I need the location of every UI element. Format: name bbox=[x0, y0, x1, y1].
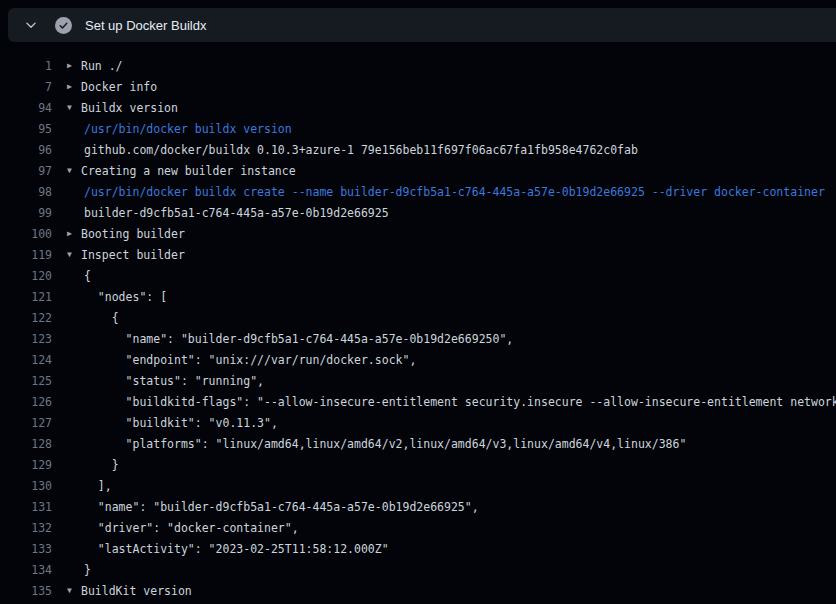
line-number[interactable]: 135 bbox=[0, 584, 52, 598]
line-number[interactable]: 134 bbox=[0, 563, 52, 577]
log-command-text: /usr/bin/docker buildx version bbox=[81, 122, 292, 136]
log-line-row: 129 } bbox=[0, 454, 836, 475]
line-number[interactable]: 128 bbox=[0, 437, 52, 451]
log-text: "endpoint": "unix:///var/run/docker.sock… bbox=[81, 353, 416, 367]
triangle-right-icon: ▶ bbox=[67, 76, 81, 97]
triangle-down-icon: ▼ bbox=[67, 580, 81, 601]
log-line-row: 96github.com/docker/buildx 0.10.3+azure-… bbox=[0, 139, 836, 160]
line-number[interactable]: 119 bbox=[0, 248, 52, 262]
log-line-row: 120{ bbox=[0, 265, 836, 286]
log-text: { bbox=[81, 269, 91, 283]
log-text: github.com/docker/buildx 0.10.3+azure-1 … bbox=[81, 143, 638, 157]
log-line-row: 130 ], bbox=[0, 475, 836, 496]
line-number[interactable]: 125 bbox=[0, 374, 52, 388]
log-group-row[interactable]: 135▼BuildKit version bbox=[0, 580, 836, 601]
log-group-row[interactable]: 94▼Buildx version bbox=[0, 97, 836, 118]
log-group-row[interactable]: 119▼Inspect builder bbox=[0, 244, 836, 265]
log-text: } bbox=[81, 563, 91, 577]
log-text: "nodes": [ bbox=[81, 290, 167, 304]
chevron-down-icon[interactable] bbox=[20, 14, 42, 36]
log-group-row[interactable]: 97▼Creating a new builder instance bbox=[0, 160, 836, 181]
log-text: ], bbox=[81, 479, 112, 493]
log-line-row: 133 "lastActivity": "2023-02-25T11:58:12… bbox=[0, 538, 836, 559]
check-circle-icon bbox=[55, 17, 72, 34]
log-command-text: /usr/bin/docker buildx create --name bui… bbox=[81, 185, 825, 199]
step-header[interactable]: Set up Docker Buildx bbox=[8, 8, 836, 42]
log-group-row[interactable]: 100▶Booting builder bbox=[0, 223, 836, 244]
step-title: Set up Docker Buildx bbox=[85, 18, 206, 33]
log-text: "driver": "docker-container", bbox=[81, 521, 299, 535]
log-text: { bbox=[81, 311, 119, 325]
log-text: "name": "builder-d9cfb5a1-c764-445a-a57e… bbox=[81, 332, 513, 346]
log-text: "name": "builder-d9cfb5a1-c764-445a-a57e… bbox=[81, 500, 479, 514]
line-number[interactable]: 1 bbox=[0, 59, 52, 73]
log-line-row: 121 "nodes": [ bbox=[0, 286, 836, 307]
log-group-title: Booting builder bbox=[81, 227, 185, 241]
log-line-row: 127 "buildkit": "v0.11.3", bbox=[0, 412, 836, 433]
log-group-title: Creating a new builder instance bbox=[81, 164, 296, 178]
line-number[interactable]: 129 bbox=[0, 458, 52, 472]
line-number[interactable]: 121 bbox=[0, 290, 52, 304]
log-text: builder-d9cfb5a1-c764-445a-a57e-0b19d2e6… bbox=[81, 206, 389, 220]
line-number[interactable]: 96 bbox=[0, 143, 52, 157]
triangle-right-icon: ▶ bbox=[67, 55, 81, 76]
line-number[interactable]: 123 bbox=[0, 332, 52, 346]
line-number[interactable]: 99 bbox=[0, 206, 52, 220]
log-group-row[interactable]: 1▶Run ./ bbox=[0, 55, 836, 76]
log-line-row: 125 "status": "running", bbox=[0, 370, 836, 391]
line-number[interactable]: 127 bbox=[0, 416, 52, 430]
log-group-title: Buildx version bbox=[81, 101, 178, 115]
line-number[interactable]: 97 bbox=[0, 164, 52, 178]
line-number[interactable]: 132 bbox=[0, 521, 52, 535]
log-group-row[interactable]: 7▶Docker info bbox=[0, 76, 836, 97]
log-text: "lastActivity": "2023-02-25T11:58:12.000… bbox=[81, 542, 389, 556]
log-text: "platforms": "linux/amd64,linux/amd64/v2… bbox=[81, 437, 686, 451]
line-number[interactable]: 100 bbox=[0, 227, 52, 241]
log-text: } bbox=[81, 458, 119, 472]
log-line-row: 131 "name": "builder-d9cfb5a1-c764-445a-… bbox=[0, 496, 836, 517]
triangle-right-icon: ▶ bbox=[67, 223, 81, 244]
log-line-row: 132 "driver": "docker-container", bbox=[0, 517, 836, 538]
line-number[interactable]: 130 bbox=[0, 479, 52, 493]
log-text: "buildkit": "v0.11.3", bbox=[81, 416, 278, 430]
log-line-row: 99builder-d9cfb5a1-c764-445a-a57e-0b19d2… bbox=[0, 202, 836, 223]
log-line-row: 98/usr/bin/docker buildx create --name b… bbox=[0, 181, 836, 202]
line-number[interactable]: 120 bbox=[0, 269, 52, 283]
log-line-row: 126 "buildkitd-flags": "--allow-insecure… bbox=[0, 391, 836, 412]
log-line-row: 128 "platforms": "linux/amd64,linux/amd6… bbox=[0, 433, 836, 454]
log-line-row: 123 "name": "builder-d9cfb5a1-c764-445a-… bbox=[0, 328, 836, 349]
triangle-down-icon: ▼ bbox=[67, 244, 81, 265]
log-lines: 1▶Run ./7▶Docker info94▼Buildx version95… bbox=[0, 42, 836, 604]
line-number[interactable]: 124 bbox=[0, 353, 52, 367]
log-group-title: Docker info bbox=[81, 80, 157, 94]
log-group-title: BuildKit version bbox=[81, 584, 192, 598]
log-group-title: Run ./ bbox=[81, 59, 123, 73]
triangle-down-icon: ▼ bbox=[67, 160, 81, 181]
log-text: "status": "running", bbox=[81, 374, 264, 388]
log-line-row: 124 "endpoint": "unix:///var/run/docker.… bbox=[0, 349, 836, 370]
log-text: "buildkitd-flags": "--allow-insecure-ent… bbox=[81, 395, 836, 409]
line-number[interactable]: 133 bbox=[0, 542, 52, 556]
line-number[interactable]: 122 bbox=[0, 311, 52, 325]
line-number[interactable]: 98 bbox=[0, 185, 52, 199]
log-group-title: Inspect builder bbox=[81, 248, 185, 262]
triangle-down-icon: ▼ bbox=[67, 97, 81, 118]
line-number[interactable]: 7 bbox=[0, 80, 52, 94]
log-line-row: 122 { bbox=[0, 307, 836, 328]
line-number[interactable]: 131 bbox=[0, 500, 52, 514]
line-number[interactable]: 126 bbox=[0, 395, 52, 409]
line-number[interactable]: 94 bbox=[0, 101, 52, 115]
log-line-row: 95/usr/bin/docker buildx version bbox=[0, 118, 836, 139]
log-line-row: 134} bbox=[0, 559, 836, 580]
line-number[interactable]: 95 bbox=[0, 122, 52, 136]
